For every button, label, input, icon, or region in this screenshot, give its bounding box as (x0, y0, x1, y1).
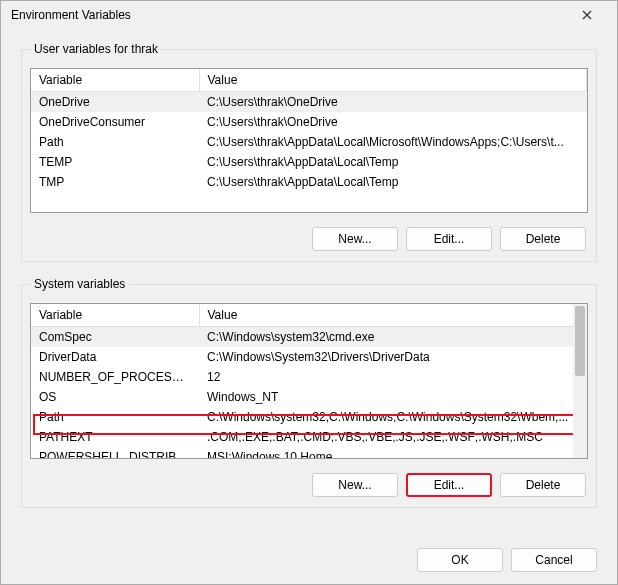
scrollbar[interactable] (573, 304, 587, 458)
user-header-variable[interactable]: Variable (31, 69, 199, 92)
cell-variable: TEMP (31, 152, 199, 172)
cell-value: C:\Users\thrak\OneDrive (199, 92, 587, 113)
cell-value: Windows_NT (199, 387, 587, 407)
cell-variable: ComSpec (31, 327, 199, 348)
cell-variable: PATHEXT (31, 427, 199, 447)
cell-value: C:\Users\thrak\AppData\Local\Temp (199, 172, 587, 192)
cell-value: C:\Users\thrak\AppData\Local\Microsoft\W… (199, 132, 587, 152)
dialog-footer: OK Cancel (1, 540, 617, 585)
cell-variable: Path (31, 407, 199, 427)
table-row[interactable]: OS Windows_NT (31, 387, 587, 407)
cell-value: MSI:Windows 10 Home (199, 447, 587, 459)
system-new-button[interactable]: New... (312, 473, 398, 497)
table-row[interactable]: TEMP C:\Users\thrak\AppData\Local\Temp (31, 152, 587, 172)
table-row[interactable]: POWERSHELL_DISTRIBUTIO... MSI:Windows 10… (31, 447, 587, 459)
cell-value: 12 (199, 367, 587, 387)
cell-value: C:\Windows\system32;C:\Windows;C:\Window… (199, 407, 587, 427)
user-variables-table-wrap[interactable]: Variable Value OneDrive C:\Users\thrak\O… (30, 68, 588, 213)
table-row[interactable]: OneDriveConsumer C:\Users\thrak\OneDrive (31, 112, 587, 132)
table-row[interactable]: NUMBER_OF_PROCESSORS 12 (31, 367, 587, 387)
table-row[interactable]: TMP C:\Users\thrak\AppData\Local\Temp (31, 172, 587, 192)
window-title: Environment Variables (11, 8, 131, 22)
table-row[interactable]: Path C:\Users\thrak\AppData\Local\Micros… (31, 132, 587, 152)
dialog-content: User variables for thrak Variable Value … (1, 29, 617, 540)
cell-variable: TMP (31, 172, 199, 192)
close-icon (582, 10, 592, 20)
cell-variable: OneDriveConsumer (31, 112, 199, 132)
cell-variable: Path (31, 132, 199, 152)
cell-variable: NUMBER_OF_PROCESSORS (31, 367, 199, 387)
table-row[interactable]: Path C:\Windows\system32;C:\Windows;C:\W… (31, 407, 587, 427)
environment-variables-dialog: Environment Variables User variables for… (0, 0, 618, 585)
cell-value: C:\Users\thrak\AppData\Local\Temp (199, 152, 587, 172)
ok-button[interactable]: OK (417, 548, 503, 572)
table-row[interactable]: ComSpec C:\Windows\system32\cmd.exe (31, 327, 587, 348)
table-row[interactable]: PATHEXT .COM;.EXE;.BAT;.CMD;.VBS;.VBE;.J… (31, 427, 587, 447)
system-variables-table-wrap[interactable]: Variable Value ComSpec C:\Windows\system… (30, 303, 588, 459)
cell-variable: OneDrive (31, 92, 199, 113)
cell-value: C:\Users\thrak\OneDrive (199, 112, 587, 132)
cancel-button[interactable]: Cancel (511, 548, 597, 572)
cell-value: C:\Windows\System32\Drivers\DriverData (199, 347, 587, 367)
cell-variable: DriverData (31, 347, 199, 367)
system-header-variable[interactable]: Variable (31, 304, 199, 327)
user-delete-button[interactable]: Delete (500, 227, 586, 251)
user-variables-group: User variables for thrak Variable Value … (21, 49, 597, 262)
close-button[interactable] (567, 1, 607, 29)
user-header-value[interactable]: Value (199, 69, 587, 92)
system-edit-button[interactable]: Edit... (406, 473, 492, 497)
scrollbar-thumb[interactable] (575, 306, 585, 376)
system-group-legend: System variables (30, 277, 129, 291)
system-variables-table: Variable Value ComSpec C:\Windows\system… (31, 304, 587, 459)
table-row[interactable]: DriverData C:\Windows\System32\Drivers\D… (31, 347, 587, 367)
table-row[interactable]: OneDrive C:\Users\thrak\OneDrive (31, 92, 587, 113)
titlebar: Environment Variables (1, 1, 617, 29)
user-buttons-row: New... Edit... Delete (30, 223, 588, 253)
cell-value: .COM;.EXE;.BAT;.CMD;.VBS;.VBE;.JS;.JSE;.… (199, 427, 587, 447)
system-buttons-row: New... Edit... Delete (30, 469, 588, 499)
system-variables-group: System variables Variable Value ComSpec … (21, 284, 597, 508)
user-new-button[interactable]: New... (312, 227, 398, 251)
cell-variable: OS (31, 387, 199, 407)
cell-value: C:\Windows\system32\cmd.exe (199, 327, 587, 348)
system-header-value[interactable]: Value (199, 304, 587, 327)
user-group-legend: User variables for thrak (30, 42, 162, 56)
user-variables-table: Variable Value OneDrive C:\Users\thrak\O… (31, 69, 587, 192)
user-edit-button[interactable]: Edit... (406, 227, 492, 251)
cell-variable: POWERSHELL_DISTRIBUTIO... (31, 447, 199, 459)
system-delete-button[interactable]: Delete (500, 473, 586, 497)
